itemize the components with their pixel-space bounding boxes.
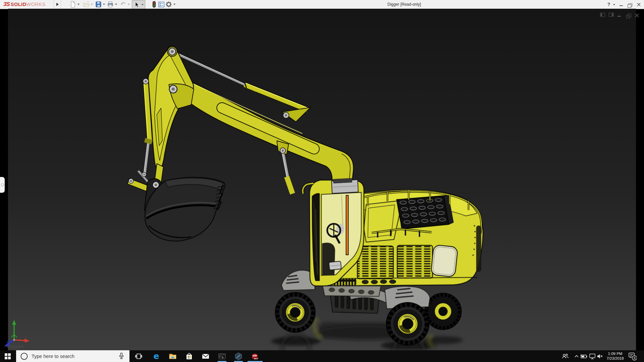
cmd-label: C:\ (219, 355, 223, 358)
doc-close-icon[interactable] (635, 13, 641, 17)
start-button[interactable] (5, 353, 10, 359)
restore-icon (629, 3, 632, 7)
save-button[interactable] (95, 1, 102, 8)
action-center-icon: 3 (628, 352, 637, 361)
document-window-controls (600, 13, 641, 17)
people-button[interactable] (561, 352, 570, 361)
open-document-caret[interactable] (91, 4, 93, 5)
open-document-button[interactable] (83, 1, 90, 8)
volume-button[interactable] (596, 352, 604, 361)
file-explorer-icon (169, 352, 177, 360)
taskbar-app-hexagon[interactable] (234, 352, 243, 361)
model-canvas[interactable] (0, 9, 644, 350)
title-bar: 3S SOLIDWORKS (0, 0, 644, 9)
viewport-background[interactable] (8, 9, 636, 350)
chevron-up-icon (574, 353, 580, 359)
right-triangle-icon (56, 3, 59, 6)
taskbar: Type here to search e (0, 350, 644, 362)
running-indicator-solidworks (248, 361, 263, 362)
taskbar-app-command-prompt[interactable]: C:\ (218, 352, 226, 361)
options-button[interactable] (165, 1, 172, 8)
select-tool-button[interactable] (132, 0, 145, 9)
battery-button[interactable] (580, 352, 588, 361)
help-caret[interactable] (613, 4, 615, 5)
minimize-icon (620, 5, 623, 6)
doc-restore-icon[interactable] (626, 13, 632, 17)
solidworks-logo-mark: 3S (3, 1, 10, 8)
front-left-wheel (275, 292, 315, 332)
running-indicator-cmd (218, 361, 226, 362)
clock-date: 7/23/2018 (604, 356, 627, 361)
cortana-icon (20, 352, 28, 360)
view-orientation-label: *Dimetric (5, 344, 24, 349)
network-display-icon (589, 353, 596, 360)
sw-label: SW (253, 354, 257, 357)
seat (322, 243, 335, 276)
open-folder-icon (83, 1, 90, 8)
command-prompt-icon: C:\ (218, 352, 226, 360)
clock-time: 1:09 PM (604, 351, 627, 356)
save-caret[interactable] (103, 4, 105, 5)
close-button[interactable] (635, 0, 642, 9)
cursor-arrow-icon (133, 1, 140, 8)
search-box[interactable]: Type here to search (16, 350, 129, 362)
undo-arrow-icon (119, 1, 127, 8)
close-icon (637, 3, 641, 6)
task-view-button[interactable] (134, 352, 143, 361)
speaker-muted-icon (596, 353, 604, 360)
taskbar-app-file-explorer[interactable] (168, 352, 177, 361)
notification-badge: 3 (634, 356, 635, 360)
print-button[interactable] (107, 1, 114, 8)
action-center-button[interactable]: 3 (628, 352, 637, 361)
display-pane-toggle-icon[interactable] (609, 13, 614, 17)
hexagon-app-icon (234, 352, 243, 360)
featuremanager-toggle-icon[interactable] (600, 13, 606, 17)
sw-year-label: 2017 (254, 358, 258, 360)
flyout-dot-icon (1, 183, 4, 186)
document-title: Digger [Read-only] (369, 0, 439, 9)
help-button[interactable]: ? (606, 0, 612, 9)
menu-flyout-arrow[interactable] (54, 0, 61, 9)
mail-icon (202, 352, 210, 360)
search-input[interactable]: Type here to search (32, 354, 74, 359)
taskbar-app-solidworks[interactable]: SW 2017 (251, 352, 259, 361)
solidworks-2017-icon: SW 2017 (251, 352, 259, 361)
running-indicator-hexagon (234, 361, 243, 362)
print-caret[interactable] (115, 4, 117, 5)
edge-icon: e (154, 352, 159, 360)
file-properties-icon (158, 1, 165, 8)
traffic-light-icon (150, 1, 158, 8)
restore-button[interactable] (627, 0, 633, 9)
side-window (431, 245, 458, 277)
new-document-button[interactable] (69, 1, 76, 8)
doc-minimize-icon[interactable] (618, 13, 623, 17)
rebuild-button[interactable] (150, 1, 158, 8)
floppy-disk-icon (95, 1, 102, 8)
taskbar-app-store[interactable] (185, 352, 194, 361)
rear-right-wheel (425, 293, 461, 329)
taskbar-app-mail[interactable] (201, 352, 210, 361)
task-view-icon (135, 353, 142, 360)
new-document-icon (69, 1, 76, 8)
gear-icon (165, 1, 172, 8)
store-icon (185, 352, 193, 360)
undo-button[interactable] (119, 1, 127, 8)
clock[interactable]: 1:09 PM 7/23/2018 (604, 351, 627, 361)
minimize-button[interactable] (618, 0, 625, 9)
windows-logo-icon (5, 353, 7, 356)
taskbar-app-edge[interactable]: e (152, 352, 161, 361)
graphics-viewport[interactable]: *Dimetric (0, 9, 644, 350)
file-properties-button[interactable] (158, 1, 165, 8)
options-caret[interactable] (173, 4, 175, 5)
new-document-caret[interactable] (77, 4, 79, 5)
front-right-wheel (386, 302, 429, 345)
cab-roof-unit (331, 178, 358, 193)
people-icon (561, 353, 569, 360)
printer-icon (107, 1, 114, 8)
solidworks-logo: 3S SOLIDWORKS (3, 1, 46, 8)
undo-caret[interactable] (128, 4, 130, 5)
featuremanager-flyout-tab[interactable] (0, 177, 5, 193)
battery-charging-icon (580, 353, 588, 360)
microphone-icon[interactable] (118, 352, 125, 360)
select-tool-caret[interactable] (142, 4, 144, 5)
